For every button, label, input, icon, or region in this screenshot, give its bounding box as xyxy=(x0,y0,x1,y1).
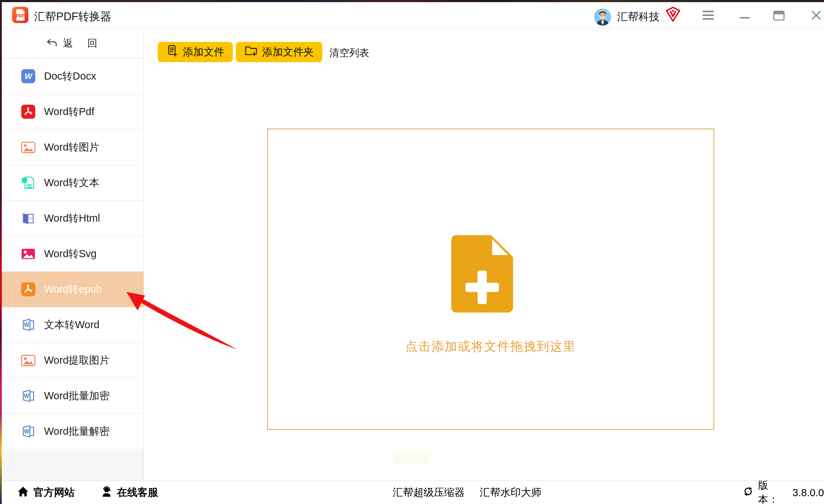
sidebar: 返 回 W Doc转Docx Word转Pdf xyxy=(2,28,144,481)
epub-icon xyxy=(20,281,36,297)
sidebar-item-text2word[interactable]: W 文本转Word xyxy=(2,307,144,343)
sidebar-item-word2text[interactable]: Word转文本 xyxy=(2,165,144,201)
svg-text:W: W xyxy=(25,72,33,81)
word-doc-icon: W xyxy=(20,423,36,439)
add-file-label: 添加文件 xyxy=(183,45,224,59)
home-icon xyxy=(17,486,29,500)
main-panel: 添加文件 添加文件夹 清空列表 点击添加或将文件拖拽到这里 xyxy=(144,28,824,481)
svg-text:PDF: PDF xyxy=(16,13,25,18)
sidebar-item-label: Word提取图片 xyxy=(44,353,110,368)
official-site-link[interactable]: 官方网站 xyxy=(17,481,75,504)
online-service-link[interactable]: 在线客服 xyxy=(101,481,158,504)
account-name: 汇帮科技 xyxy=(617,10,660,24)
text-doc-icon xyxy=(20,175,36,191)
online-service-label: 在线客服 xyxy=(117,486,158,500)
official-site-label: 官方网站 xyxy=(33,486,75,500)
menu-icon[interactable] xyxy=(702,11,714,21)
version-label: 版本： xyxy=(758,478,786,504)
svg-text:W: W xyxy=(24,428,29,434)
clear-list-button[interactable]: 清空列表 xyxy=(329,46,369,60)
sidebar-item-word2html[interactable]: </> Word转Html xyxy=(2,201,144,236)
sidebar-item-label: Word转文本 xyxy=(44,176,99,190)
vip-badge-icon xyxy=(665,6,681,23)
add-folder-label: 添加文件夹 xyxy=(262,45,314,59)
back-button[interactable]: 返 回 xyxy=(2,28,144,59)
close-button[interactable] xyxy=(811,10,822,22)
maximize-button[interactable] xyxy=(773,11,785,22)
footer-bar: 官方网站 在线客服 汇帮超级压缩器 汇帮水印大师 xyxy=(2,481,824,504)
titlebar: PDF xyxy=(2,2,824,28)
sidebar-item-word2image[interactable]: Word转图片 xyxy=(2,130,144,165)
sidebar-item-label: Doc转Docx xyxy=(44,69,96,83)
app-window: PDF 汇帮PDF转换器 汇帮科技 xyxy=(0,0,824,504)
dropzone-hint: 点击添加或将文件拖拽到这里 xyxy=(268,338,713,355)
pdf-icon xyxy=(20,104,36,120)
add-folder-button[interactable]: 添加文件夹 xyxy=(236,42,322,62)
sidebar-item-label: Word转Svg xyxy=(44,247,97,261)
sidebar-item-label: Word转Pdf xyxy=(44,105,94,119)
svg-text:W: W xyxy=(24,322,29,328)
add-file-button[interactable]: 添加文件 xyxy=(158,42,233,62)
add-folder-icon xyxy=(244,45,258,59)
minimize-button[interactable] xyxy=(740,17,750,18)
watermark-master-link[interactable]: 汇帮水印大师 xyxy=(480,481,542,504)
update-refresh-icon[interactable] xyxy=(743,486,754,499)
sidebar-item-word2svg[interactable]: Word转Svg xyxy=(2,236,144,272)
sidebar-item-label: 文本转Word xyxy=(44,318,99,332)
sidebar-item-label: Word批量加密 xyxy=(44,389,110,403)
svg-text:W: W xyxy=(24,393,29,399)
svg-text:</>: </> xyxy=(28,217,33,220)
app-title: 汇帮PDF转换器 xyxy=(34,9,111,24)
sidebar-item-word2epub[interactable]: Word转epub xyxy=(2,272,144,307)
sidebar-item-label: Word转epub xyxy=(44,282,102,297)
extract-image-icon xyxy=(20,352,36,368)
back-label: 返 回 xyxy=(63,37,99,50)
user-avatar[interactable] xyxy=(594,9,611,26)
sidebar-item-doc2docx[interactable]: W Doc转Docx xyxy=(2,59,144,94)
app-logo-icon: PDF xyxy=(12,6,29,23)
image-icon xyxy=(20,139,36,155)
faint-watermark xyxy=(394,452,431,463)
sidebar-item-word-extract-image[interactable]: Word提取图片 xyxy=(2,343,144,378)
add-document-icon[interactable] xyxy=(451,235,513,313)
svg-image-icon xyxy=(20,246,36,262)
add-file-icon xyxy=(166,45,178,59)
word-doc-icon: W xyxy=(20,388,36,404)
back-arrow-icon xyxy=(46,38,58,49)
sidebar-empty-area xyxy=(2,450,144,481)
word-doc-icon: W xyxy=(20,317,36,333)
version-value: 3.8.0.0 xyxy=(792,487,824,499)
sidebar-item-word-batch-encrypt[interactable]: W Word批量加密 xyxy=(2,378,144,414)
sidebar-item-label: Word转图片 xyxy=(44,140,99,155)
sidebar-item-word-batch-decrypt[interactable]: W Word批量解密 xyxy=(2,414,144,449)
sidebar-item-word2pdf[interactable]: Word转Pdf xyxy=(2,94,144,130)
compressor-link[interactable]: 汇帮超级压缩器 xyxy=(393,481,465,504)
customer-service-icon xyxy=(101,486,113,500)
sidebar-item-label: Word批量解密 xyxy=(44,424,110,439)
docx-icon: W xyxy=(20,68,36,84)
sidebar-item-label: Word转Html xyxy=(44,211,100,226)
version-info: 版本： 3.8.0.0 xyxy=(743,481,824,504)
html-book-icon: </> xyxy=(20,210,36,226)
